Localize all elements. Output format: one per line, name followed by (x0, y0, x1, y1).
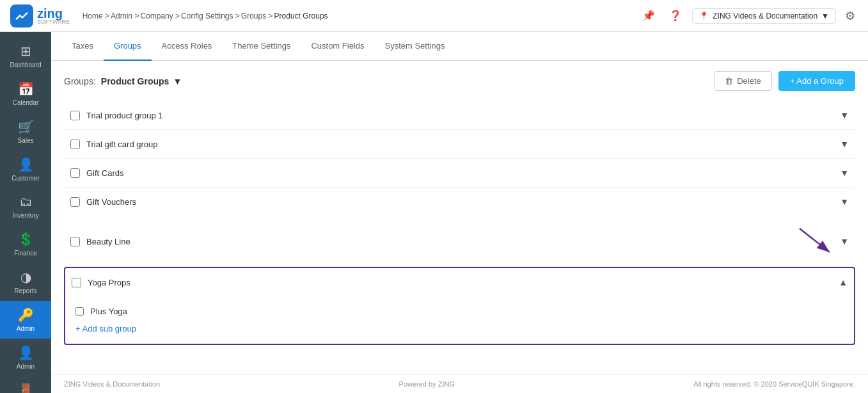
breadcrumb-product-groups: Product Groups (274, 12, 328, 20)
sidebar-label-sales: Sales (17, 137, 33, 144)
logo-sub: SOFTWARE (37, 19, 70, 25)
chevron-down-icon: ▼ (821, 12, 829, 20)
breadcrumb-groups[interactable]: Groups > (241, 12, 273, 20)
sidebar-item-admin-user[interactable]: 👤 Admin (0, 339, 51, 376)
groups-dropdown-button[interactable]: Product Groups ▼ (101, 76, 182, 86)
sidebar-item-inventory[interactable]: 🗂 Inventory (0, 188, 51, 225)
breadcrumb-home[interactable]: Home > (83, 12, 109, 20)
admin-user-icon: 👤 (18, 345, 34, 360)
chevron-down-beautyline[interactable]: ▼ (840, 236, 849, 246)
location-dropdown[interactable]: 📍 ZING Videos & Documentation ▼ (692, 8, 836, 24)
sidebar-item-logout[interactable]: 🚪 Log Out (12, 376, 40, 393)
groups-header: Groups: Product Groups ▼ 🗑 Delete + Add … (64, 71, 855, 91)
group-checkbox-trial-giftcard[interactable] (70, 140, 80, 149)
footer-center: Powered by ZING (399, 380, 455, 388)
breadcrumb-config[interactable]: Config Settings > (181, 12, 240, 20)
sidebar-item-reports[interactable]: ◑ Reports (0, 263, 51, 301)
help-button[interactable]: ❓ (665, 6, 686, 26)
groups-dropdown-chevron: ▼ (173, 76, 182, 86)
group-name-trial-product: Trial product group 1 (86, 111, 162, 120)
group-expanded-content: Plus Yoga + Add sub group (65, 296, 854, 344)
group-row-beautyline: Beauty Line ▼ (64, 216, 855, 267)
group-row-left-2: Trial gift card group (70, 140, 158, 149)
group-row-yogaprops: Yoga Props ▲ (65, 268, 854, 296)
group-name-trial-giftcard: Trial gift card group (86, 140, 158, 149)
group-row-left-4: Gift Vouchers (70, 197, 136, 207)
tab-system-settings[interactable]: System Settings (374, 32, 455, 61)
sidebar-label-dashboard: Dashboard (10, 61, 42, 68)
tab-bar: Taxes Groups Access Roles Theme Settings… (51, 32, 868, 61)
chevron-down-trial-giftcard[interactable]: ▼ (840, 139, 849, 149)
breadcrumb-admin[interactable]: Admin > (111, 12, 139, 20)
footer-left: ZING Videos & Documentation (64, 380, 160, 388)
location-icon: 📍 (699, 12, 709, 20)
group-checkbox-giftvouchers[interactable] (70, 197, 80, 207)
group-row-giftcards: Gift Cards ▼ (64, 159, 855, 188)
sidebar-item-customer[interactable]: 👤 Customer (0, 150, 51, 188)
sidebar-label-admin-key: Admin (17, 325, 35, 332)
chevron-down-giftvouchers[interactable]: ▼ (840, 196, 849, 207)
add-sub-label: + Add sub group (75, 324, 136, 333)
finance-icon: 💲 (18, 232, 34, 247)
group-checkbox-giftcards[interactable] (70, 168, 80, 178)
top-nav: zing SOFTWARE Home > Admin > Company > C… (0, 0, 868, 32)
group-checkbox-trial-product[interactable] (70, 111, 80, 120)
tab-theme-settings[interactable]: Theme Settings (222, 32, 301, 61)
sub-group-name-plusyoga: Plus Yoga (90, 307, 127, 316)
sidebar-item-calendar[interactable]: 📅 Calendar (0, 75, 51, 113)
sidebar-bottom: 🚪 Log Out (12, 376, 40, 393)
add-sub-group-button[interactable]: + Add sub group (75, 321, 136, 336)
delete-label: Delete (737, 76, 761, 86)
group-row-trial-product: Trial product group 1 ▼ (64, 101, 855, 130)
beautyline-right: ▼ (796, 225, 849, 257)
add-label: + Add a Group (790, 76, 844, 86)
group-row-left-5: Beauty Line (70, 237, 130, 246)
dashboard-icon: ⊞ (20, 44, 31, 59)
logout-icon: 🚪 (18, 383, 34, 393)
chevron-down-trial-product[interactable]: ▼ (840, 110, 849, 120)
settings-button[interactable]: ⚙ (842, 6, 858, 26)
group-row-trial-giftcard: Trial gift card group ▼ (64, 130, 855, 159)
sidebar-label-reports: Reports (14, 287, 36, 294)
group-name-beautyline: Beauty Line (86, 237, 130, 246)
tab-custom-fields[interactable]: Custom Fields (301, 32, 374, 61)
sub-group-checkbox-plusyoga[interactable] (75, 307, 84, 316)
groups-label-text: Groups: (64, 76, 96, 86)
group-checkbox-beautyline[interactable] (70, 237, 80, 246)
sidebar-item-finance[interactable]: 💲 Finance (0, 225, 51, 263)
groups-content: Groups: Product Groups ▼ 🗑 Delete + Add … (51, 61, 868, 374)
group-checkbox-yogaprops[interactable] (72, 278, 81, 287)
customer-icon: 👤 (18, 157, 34, 172)
delete-button[interactable]: 🗑 Delete (714, 71, 772, 91)
key-icon: 🔑 (18, 307, 34, 323)
group-row-left: Trial product group 1 (70, 111, 162, 120)
footer: ZING Videos & Documentation Powered by Z… (51, 374, 868, 393)
calendar-icon: 📅 (18, 81, 34, 97)
tab-groups[interactable]: Groups (104, 32, 152, 61)
group-row-left-6: Yoga Props (72, 278, 130, 287)
group-name-yogaprops: Yoga Props (88, 278, 130, 287)
sidebar-label-finance: Finance (14, 250, 37, 257)
group-row-left-3: Gift Cards (70, 168, 124, 178)
footer-right: All rights reserved. © 2020 ServiceQUIK … (693, 380, 855, 388)
sidebar-item-dashboard[interactable]: ⊞ Dashboard (0, 37, 51, 75)
groups-label: Groups: Product Groups ▼ (64, 76, 182, 86)
chevron-down-giftcards[interactable]: ▼ (840, 168, 849, 178)
tab-access-roles[interactable]: Access Roles (152, 32, 223, 61)
add-group-button[interactable]: + Add a Group (778, 71, 855, 91)
sidebar: ⊞ Dashboard 📅 Calendar 🛒 Sales 👤 Custome… (0, 32, 51, 393)
sub-group-row-plusyoga: Plus Yoga (75, 301, 844, 321)
tab-taxes[interactable]: Taxes (61, 32, 104, 61)
svg-line-1 (800, 229, 830, 252)
breadcrumb-company[interactable]: Company > (140, 12, 180, 20)
reports-icon: ◑ (20, 269, 31, 285)
group-row-yogaprops-expanded: Yoga Props ▲ Plus Yoga + Add sub group (64, 267, 855, 345)
sidebar-item-sales[interactable]: 🛒 Sales (0, 113, 51, 150)
group-name-giftcards: Gift Cards (86, 168, 124, 178)
logo-icon (10, 4, 33, 28)
sidebar-item-admin-key[interactable]: 🔑 Admin (0, 301, 51, 339)
main-layout: ⊞ Dashboard 📅 Calendar 🛒 Sales 👤 Custome… (0, 32, 868, 393)
breadcrumb: Home > Admin > Company > Config Settings… (83, 12, 639, 20)
chevron-up-yogaprops[interactable]: ▲ (839, 277, 848, 287)
pin-button[interactable]: 📌 (638, 6, 659, 26)
